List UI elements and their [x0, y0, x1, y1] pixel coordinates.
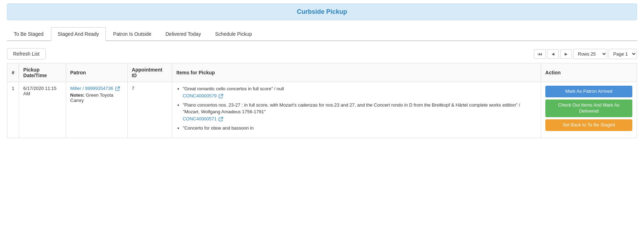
toolbar: Refresh List ⏮ ◄ ► Rows 25 Rows 50 Rows … [7, 48, 637, 59]
tabs-container: To Be Staged Staged And Ready Patron Is … [7, 27, 637, 41]
page-title: Curbside Pickup [7, 4, 637, 20]
check-out-items-button[interactable]: Check Out Items And Mark As Delivered [545, 99, 632, 117]
external-link-icon [115, 86, 120, 91]
col-header-action: Action [541, 63, 637, 82]
col-header-pickup-datetime: Pickup Date/Time [19, 63, 66, 82]
svg-line-2 [221, 117, 223, 119]
action-cell: Mark As Patron Arrived Check Out Items A… [541, 82, 637, 138]
col-header-appointment-id: Appointment ID [127, 63, 172, 82]
table-row: 1 6/17/2020 11:15 AM Miller / 9999935473… [7, 82, 637, 138]
mark-patron-arrived-button[interactable]: Mark As Patron Arrived [545, 86, 632, 97]
col-header-patron: Patron [66, 63, 127, 82]
patron-name: Miller / 99999354736 [70, 86, 113, 91]
prev-page-button[interactable]: ◄ [547, 49, 559, 59]
set-back-to-staged-button[interactable]: Set Back to To Be Staged [545, 119, 632, 131]
rows-select[interactable]: Rows 25 Rows 50 Rows 100 [573, 49, 607, 59]
tab-staged-and-ready[interactable]: Staged And Ready [51, 27, 106, 41]
list-item: "Piano concertos nos. 23-27 : in full sc… [183, 102, 536, 122]
items-cell: "Great romantic cello concertos in full … [172, 82, 541, 138]
main-table: # Pickup Date/Time Patron Appointment ID… [7, 63, 637, 138]
page-select[interactable]: Page 1 Page 2 [609, 49, 637, 59]
item-link-0[interactable]: CONC40000579 [183, 93, 224, 99]
row-number: 1 [7, 82, 19, 138]
notes-label: Notes: [70, 92, 85, 98]
tab-delivered-today[interactable]: Delivered Today [159, 27, 208, 40]
item-title-0: "Great romantic cello concertos in full … [183, 86, 284, 91]
item-link-1[interactable]: CONC40000571 [183, 116, 224, 122]
item-title-2: "Concerto for oboe and bassoon in [183, 125, 254, 131]
tab-schedule-pickup[interactable]: Schedule Pickup [208, 27, 259, 40]
appointment-id: 7 [127, 82, 172, 138]
patron-link[interactable]: Miller / 99999354736 [70, 86, 120, 91]
first-page-button[interactable]: ⏮ [534, 49, 546, 59]
items-list: "Great romantic cello concertos in full … [176, 86, 536, 131]
pickup-datetime: 6/17/2020 11:15 AM [19, 82, 66, 138]
svg-line-0 [117, 87, 120, 89]
external-link-icon [219, 117, 223, 121]
col-header-items: Items for Pickup [172, 63, 541, 82]
action-buttons: Mark As Patron Arrived Check Out Items A… [545, 86, 632, 131]
list-item: "Concerto for oboe and bassoon in [183, 125, 536, 131]
pagination: ⏮ ◄ ► Rows 25 Rows 50 Rows 100 Page 1 Pa… [534, 49, 637, 59]
svg-line-1 [221, 94, 223, 96]
external-link-icon [219, 94, 223, 98]
list-item: "Great romantic cello concertos in full … [183, 86, 536, 99]
refresh-button[interactable]: Refresh List [7, 48, 46, 59]
patron-cell: Miller / 99999354736 Notes: Green Toyota… [66, 82, 127, 138]
tab-to-be-staged[interactable]: To Be Staged [7, 27, 50, 40]
tab-patron-is-outside[interactable]: Patron Is Outside [106, 27, 158, 40]
item-title-1: "Piano concertos nos. 23-27 : in full sc… [183, 102, 520, 114]
next-page-button[interactable]: ► [560, 49, 572, 59]
col-header-num: # [7, 63, 19, 82]
